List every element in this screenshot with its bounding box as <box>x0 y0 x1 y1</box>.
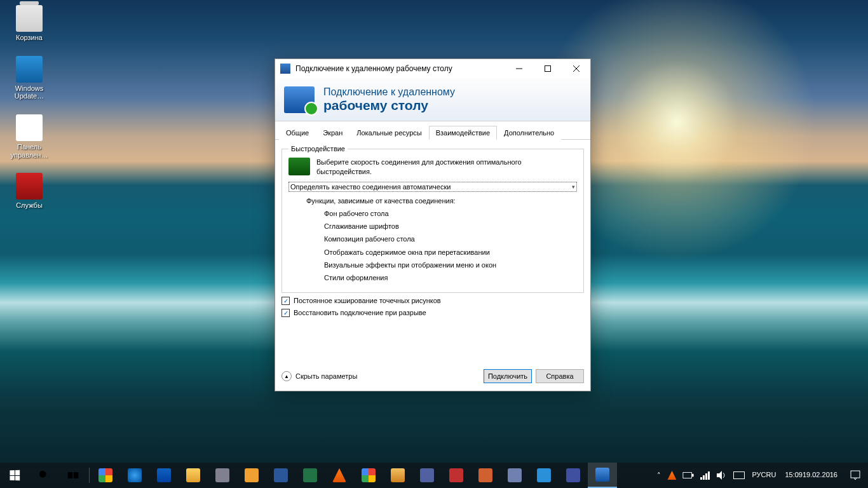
taskbar-app-edge[interactable] <box>149 463 179 488</box>
checkbox-reconnect-on-drop[interactable]: ✓ Восстановить подключение при разрыве <box>281 309 584 317</box>
tray-battery-icon[interactable] <box>679 463 697 488</box>
icon-label: Корзина <box>16 34 43 42</box>
svg-rect-16 <box>851 471 860 478</box>
svg-rect-6 <box>68 472 72 478</box>
tab-advanced[interactable]: Дополнительно <box>497 126 561 140</box>
task-view-button[interactable] <box>58 463 88 488</box>
app-icon <box>508 468 522 482</box>
folder-icon <box>186 468 200 482</box>
taskbar-app-a[interactable] <box>412 463 442 488</box>
taskbar-app-b[interactable] <box>471 463 500 488</box>
tray-show-hidden[interactable]: ˄ <box>654 463 664 488</box>
taskbar-app-chrome-2[interactable] <box>354 463 383 488</box>
rdp-banner: Подключение к удаленному рабочему столу <box>275 78 590 121</box>
start-button[interactable] <box>0 463 29 488</box>
shield-icon <box>449 468 463 482</box>
telegram-icon <box>537 468 551 482</box>
connection-speed-select[interactable]: Определять качество соединения автоматич… <box>288 182 577 192</box>
desktop-icon-services[interactable]: Службы <box>6 173 52 210</box>
taskbar-app-ie[interactable] <box>120 463 149 488</box>
checkbox-icon: ✓ <box>281 297 290 305</box>
desktop-icon-windows-update[interactable]: Windows Update… <box>6 56 52 100</box>
tray-action-center[interactable] <box>843 463 868 488</box>
tray-network-icon[interactable] <box>697 463 714 488</box>
checkbox-label: Восстановить подключение при разрыве <box>294 309 426 316</box>
tab-local-resources[interactable]: Локальные ресурсы <box>349 126 428 140</box>
icon-label: Службы <box>16 201 43 210</box>
func-item: Отображать содержимое окна при перетаски… <box>324 246 577 259</box>
window-bottom-bar: ▲ Скрыть параметры Подключить Справка <box>281 369 584 383</box>
func-item: Стили оформления <box>324 271 577 284</box>
hide-options-button[interactable]: ▲ Скрыть параметры <box>281 371 357 381</box>
banner-line1: Подключение к удаленному <box>323 86 455 98</box>
svg-rect-9 <box>693 474 694 477</box>
tab-display[interactable]: Экран <box>316 126 349 140</box>
minimize-button[interactable] <box>505 60 533 78</box>
taskbar-app-outlook[interactable] <box>237 463 266 488</box>
tab-body-experience: Быстродействие Выберите скорость соедине… <box>275 140 590 322</box>
desktop-icon-column: Корзина Windows Update… Панель управлен…… <box>6 5 57 224</box>
tray-vlc-icon[interactable] <box>664 463 679 488</box>
icon-label: Панель управлен… <box>6 143 52 159</box>
taskbar-search-button[interactable] <box>29 463 58 488</box>
tab-general[interactable]: Общие <box>279 126 316 140</box>
taskbar-app-word[interactable] <box>266 463 295 488</box>
chevron-up-icon: ▲ <box>281 371 292 381</box>
taskbar-app-telegram[interactable] <box>529 463 559 488</box>
func-item: Сглаживание шрифтов <box>324 220 577 233</box>
svg-line-5 <box>46 477 49 480</box>
svg-rect-12 <box>705 473 707 480</box>
taskbar-app-excel[interactable] <box>295 463 325 488</box>
hide-options-label: Скрыть параметры <box>295 372 357 380</box>
excel-icon <box>303 468 317 482</box>
clock-time: 15:09 <box>785 471 803 480</box>
recycle-bin-icon <box>16 5 43 32</box>
svg-rect-7 <box>74 472 78 478</box>
vlc-icon <box>332 468 346 482</box>
checkbox-persistent-bitmap-caching[interactable]: ✓ Постоянное кэширование точечных рисунк… <box>281 297 584 305</box>
func-item: Фон рабочего стола <box>324 207 577 220</box>
tray-language[interactable]: РУС RU <box>748 463 780 488</box>
taskbar-app-snip[interactable] <box>208 463 237 488</box>
scissors-icon <box>215 468 229 482</box>
taskbar-app-rdp[interactable] <box>588 463 617 488</box>
taskbar-app-vlc[interactable] <box>325 463 354 488</box>
tab-bar: Общие Экран Локальные ресурсы Взаимодейс… <box>275 121 590 140</box>
word-icon <box>274 468 288 482</box>
checkbox-label: Постоянное кэширование точечных рисунков <box>294 297 441 304</box>
vlc-icon <box>667 471 676 480</box>
taskbar-app-explorer[interactable] <box>179 463 208 488</box>
app-icon <box>478 468 492 482</box>
search-icon <box>38 470 50 481</box>
taskbar-app-paint[interactable] <box>383 463 412 488</box>
taskbar: ˄ РУС RU 15:09 19.02.2016 <box>0 463 868 488</box>
ie-icon <box>128 468 142 482</box>
clock-date: 19.02.2016 <box>803 471 837 480</box>
help-button[interactable]: Справка <box>536 369 584 383</box>
taskbar-app-chrome[interactable] <box>91 463 120 488</box>
rdp-banner-icon <box>284 86 315 113</box>
svg-rect-11 <box>703 475 705 480</box>
tray-clock[interactable]: 15:09 19.02.2016 <box>780 463 843 488</box>
performance-hint: Выберите скорость соединения для достиже… <box>316 158 577 177</box>
svg-rect-10 <box>700 477 702 480</box>
close-button[interactable] <box>562 60 590 78</box>
svg-point-4 <box>39 471 46 478</box>
desktop-icon-control-panel[interactable]: Панель управлен… <box>6 114 52 159</box>
functions-header: Функции, зависимые от качества соединени… <box>306 197 577 205</box>
tray-keyboard-icon[interactable] <box>730 463 748 488</box>
chevron-down-icon: ▾ <box>572 184 575 190</box>
connect-button[interactable]: Подключить <box>484 369 532 383</box>
taskbar-app-c[interactable] <box>500 463 529 488</box>
window-titlebar[interactable]: Подключение к удаленному рабочему столу <box>275 59 590 78</box>
tab-experience[interactable]: Взаимодействие <box>429 126 497 140</box>
taskbar-app-d[interactable] <box>559 463 588 488</box>
tray-volume-icon[interactable] <box>714 463 730 488</box>
desktop-icon-recycle-bin[interactable]: Корзина <box>6 5 52 42</box>
taskbar-app-shield[interactable] <box>442 463 471 488</box>
windows-update-icon <box>16 56 43 83</box>
performance-icon <box>288 158 310 175</box>
edge-icon <box>157 468 171 482</box>
maximize-button[interactable] <box>533 60 562 78</box>
svg-rect-13 <box>708 471 710 480</box>
